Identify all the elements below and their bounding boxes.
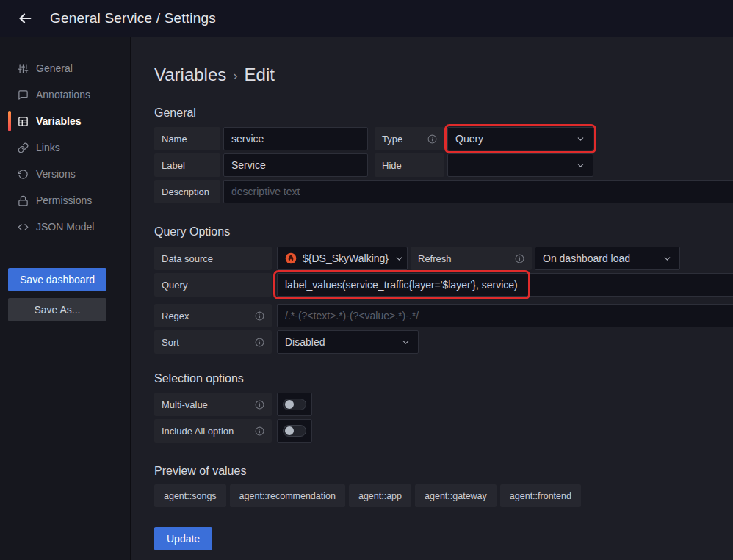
description-input[interactable] — [223, 180, 733, 203]
preview-value-chip: agent::app — [349, 484, 411, 507]
datasource-field-label: Data source — [154, 247, 272, 270]
page-title: General Service / Settings — [50, 10, 216, 26]
sidebar-item-label: Versions — [36, 168, 76, 180]
label-field-label: Label — [154, 153, 220, 177]
grid-table-icon — [18, 116, 29, 127]
dashboard-settings-page: General Service / Settings General Annot… — [0, 0, 733, 560]
breadcrumb-separator: › — [233, 68, 237, 84]
settings-sidebar: General Annotations Variables Links — [0, 37, 131, 560]
breadcrumb: Variables › Edit — [154, 65, 733, 85]
sidebar-item-versions[interactable]: Versions — [0, 161, 130, 187]
query-options-heading: Query Options — [154, 225, 733, 239]
preview-value-chip: agent::recommendation — [230, 484, 345, 507]
back-button[interactable] — [13, 7, 37, 30]
chevron-down-icon — [576, 161, 585, 170]
description-field-label: Description — [154, 180, 220, 203]
include-all-toggle[interactable] — [277, 419, 312, 443]
preview-value-chip: agent::gateway — [415, 484, 497, 507]
chevron-down-icon — [394, 254, 404, 263]
sidebar-item-json-model[interactable]: JSON Model — [0, 214, 130, 240]
sidebar-item-general[interactable]: General — [0, 55, 130, 81]
sidebar-item-label: Links — [36, 142, 60, 153]
query-field-label: Query — [154, 273, 272, 297]
sidebar-item-permissions[interactable]: Permissions — [0, 187, 130, 214]
type-dropdown[interactable]: Query — [447, 127, 593, 150]
sort-field-label: Sort — [154, 330, 272, 354]
save-dashboard-button[interactable]: Save dashboard — [8, 268, 106, 291]
sidebar-item-annotations[interactable]: Annotations — [0, 81, 130, 108]
info-icon[interactable] — [255, 426, 264, 436]
sidebar-item-label: JSON Model — [36, 221, 94, 233]
comment-icon — [18, 90, 29, 101]
regex-field-label: Regex — [154, 304, 272, 327]
code-brackets-icon — [18, 222, 29, 233]
query-input[interactable] — [277, 273, 733, 297]
multi-value-toggle[interactable] — [277, 393, 312, 416]
top-header: General Service / Settings — [0, 0, 733, 37]
toggle-track — [283, 425, 306, 437]
sliders-icon — [18, 63, 29, 74]
toggle-knob — [285, 426, 294, 435]
name-field-label: Name — [154, 127, 220, 150]
hide-field-label: Hide — [375, 153, 444, 177]
variables-edit-panel: Variables › Edit General Name Type — [131, 37, 733, 560]
sidebar-item-links[interactable]: Links — [0, 134, 130, 161]
preview-values-heading: Preview of values — [154, 465, 733, 478]
info-icon[interactable] — [515, 254, 524, 263]
regex-input[interactable] — [277, 304, 733, 327]
sidebar-item-variables[interactable]: Variables — [0, 108, 130, 134]
include-all-field-label: Include All option — [154, 419, 272, 443]
breadcrumb-page: Edit — [245, 65, 275, 85]
update-button[interactable]: Update — [154, 527, 212, 550]
general-section-heading: General — [154, 106, 733, 120]
preview-values-list: agent::songs agent::recommendation agent… — [154, 484, 733, 507]
preview-value-chip: agent::songs — [154, 484, 226, 507]
info-icon[interactable] — [255, 311, 264, 321]
refresh-field-label: Refresh — [411, 247, 532, 270]
preview-value-chip: agent::frontend — [500, 484, 581, 507]
lock-icon — [18, 195, 29, 206]
arrow-left-icon — [17, 10, 33, 26]
hide-dropdown[interactable] — [447, 153, 593, 177]
refresh-dropdown[interactable]: On dashboard load — [535, 247, 680, 270]
save-as-button[interactable]: Save As... — [8, 298, 106, 321]
sidebar-item-label: General — [36, 62, 73, 74]
breadcrumb-section: Variables — [154, 65, 226, 85]
link-icon — [18, 142, 29, 153]
info-icon[interactable] — [255, 338, 264, 347]
flame-datasource-icon — [285, 252, 297, 264]
info-icon[interactable] — [427, 134, 437, 144]
chevron-down-icon — [576, 134, 585, 144]
label-input[interactable] — [223, 153, 368, 177]
chevron-down-icon — [662, 254, 672, 263]
toggle-track — [283, 399, 306, 410]
toggle-knob — [285, 400, 294, 409]
selection-options-heading: Selection options — [154, 372, 733, 385]
info-icon[interactable] — [255, 400, 264, 410]
sidebar-item-label: Variables — [36, 115, 82, 127]
sidebar-item-label: Permissions — [36, 194, 92, 206]
sort-dropdown[interactable]: Disabled — [277, 330, 419, 354]
sidebar-item-label: Annotations — [36, 89, 90, 101]
chevron-down-icon — [401, 338, 411, 347]
datasource-dropdown[interactable]: ${DS_SkyWalking} — [277, 247, 408, 270]
type-field-label: Type — [375, 127, 444, 150]
history-icon — [18, 169, 29, 180]
name-input[interactable] — [223, 127, 368, 150]
multi-value-field-label: Multi-value — [154, 393, 272, 416]
